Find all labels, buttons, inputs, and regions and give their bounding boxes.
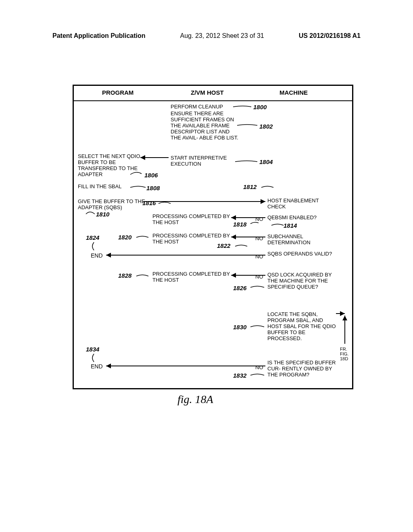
header-pubnumber: US 2012/0216198 A1 — [299, 32, 361, 39]
arrows-layer — [74, 86, 352, 388]
header-sheet: Aug. 23, 2012 Sheet 23 of 31 — [180, 32, 264, 39]
header-publication: Patent Application Publication — [52, 32, 146, 39]
page-header: Patent Application Publication Aug. 23, … — [0, 0, 413, 44]
figure-frame: PROGRAM Z/VM HOST MACHINE PERFORM CLEANU… — [73, 85, 353, 389]
figure-caption: fig. 18A — [177, 393, 213, 406]
